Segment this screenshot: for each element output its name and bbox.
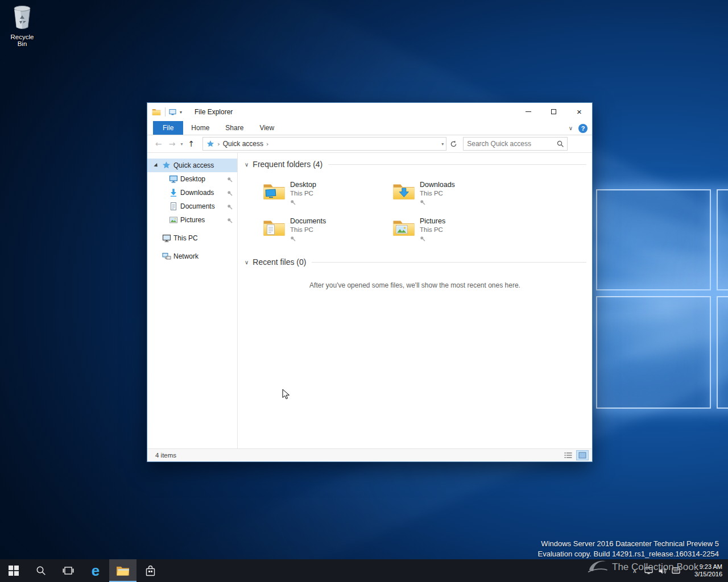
sidebar-item-quick-access[interactable]: Quick access (147, 159, 237, 172)
hidden-icons-chevron-icon[interactable]: ∧ (628, 559, 642, 582)
edge-button[interactable]: e (82, 559, 109, 582)
sidebar-item-documents[interactable]: Documents (147, 199, 237, 213)
refresh-icon[interactable] (450, 140, 457, 148)
details-view-button[interactable] (562, 450, 574, 460)
tab-share[interactable]: Share (217, 121, 251, 135)
folder-tile-desktop[interactable]: Desktop This PC (262, 179, 381, 211)
sidebar-item-network[interactable]: Network (147, 250, 237, 263)
pin-icon (420, 235, 425, 243)
navigation-bar: ← → ▾ ↑ › Quick access › ▾ (147, 135, 592, 153)
pictures-icon (169, 215, 178, 226)
sidebar-item-downloads[interactable]: Downloads (147, 186, 237, 199)
recent-locations-chevron-icon[interactable]: ▾ (179, 142, 184, 147)
maximize-button[interactable] (541, 103, 566, 120)
tab-file[interactable]: File (153, 121, 183, 135)
quick-access-toolbar-icon[interactable] (169, 109, 176, 115)
store-button[interactable] (136, 559, 164, 582)
folder-tile-pictures[interactable]: Pictures This PC (391, 215, 511, 247)
address-bar[interactable]: › Quick access › ▾ (202, 137, 446, 151)
folder-tile-downloads[interactable]: Downloads This PC (391, 179, 511, 211)
pin-icon (290, 199, 296, 207)
titlebar-separator (165, 107, 166, 117)
items-count: 4 items (155, 452, 176, 459)
recycle-bin-icon (11, 22, 34, 31)
folder-desktop-icon (263, 182, 286, 201)
status-bar: 4 items (147, 448, 592, 462)
network-icon (162, 252, 171, 263)
breadcrumb-location[interactable]: Quick access (223, 140, 263, 148)
back-button[interactable]: ← (152, 140, 166, 148)
volume-icon[interactable] (655, 559, 669, 582)
start-button[interactable] (0, 559, 27, 582)
window-title: File Explorer (195, 108, 233, 116)
minimize-button[interactable] (515, 103, 541, 120)
up-button[interactable]: ↑ (184, 140, 198, 148)
folder-tile-documents[interactable]: Documents This PC (262, 215, 381, 247)
task-view-button[interactable] (55, 559, 82, 582)
recycle-bin-desktop-icon[interactable]: Recycle Bin (6, 5, 39, 47)
breadcrumb-separator[interactable]: › (263, 140, 271, 148)
downloads-icon (169, 188, 178, 199)
tab-home[interactable]: Home (183, 121, 217, 135)
frequent-folders-header[interactable]: ∨ Frequent folders (4) (245, 160, 586, 169)
wallpaper-window-logo (592, 185, 728, 413)
search-icon (36, 566, 46, 576)
expand-chevron-icon[interactable] (154, 163, 159, 168)
quick-access-location-icon (206, 140, 214, 148)
search-input[interactable] (467, 138, 558, 149)
recent-files-empty-message: After you've opened some files, we'll sh… (238, 281, 592, 289)
network-tray-icon[interactable] (642, 559, 655, 582)
help-icon[interactable]: ? (578, 124, 588, 133)
qat-customize-chevron-icon[interactable]: ▾ (180, 110, 182, 115)
tab-view[interactable]: View (251, 121, 282, 135)
taskbar-clock[interactable]: 9:23 AM 3/15/2016 (685, 563, 722, 578)
taskbar: e ∧ (0, 559, 728, 582)
action-center-icon[interactable] (669, 559, 682, 582)
large-icons-view-button[interactable] (576, 450, 589, 460)
clock-time: 9:23 AM (685, 563, 722, 571)
sidebar-item-pictures[interactable]: Pictures (147, 213, 237, 227)
folder-documents-icon (263, 218, 286, 237)
windows-logo-icon (9, 566, 19, 576)
search-icon[interactable] (557, 140, 564, 149)
pin-icon (227, 203, 233, 211)
close-button[interactable]: × (566, 103, 592, 120)
documents-icon (169, 202, 178, 213)
task-view-icon (63, 566, 74, 575)
search-box[interactable] (463, 137, 568, 151)
clock-date: 3/15/2016 (685, 571, 722, 578)
sidebar-item-this-pc[interactable]: This PC (147, 231, 237, 245)
desktop-icon (169, 174, 178, 185)
file-explorer-taskbar-button[interactable] (109, 559, 136, 582)
items-view: ∨ Frequent folders (4) Desktop This PC (238, 153, 592, 448)
folder-pictures-icon (392, 218, 415, 237)
navigation-pane: Quick access Desktop (147, 153, 238, 448)
breadcrumb-separator: › (214, 140, 222, 148)
pin-icon (227, 190, 233, 198)
recycle-bin-label: Recycle Bin (6, 34, 39, 47)
pin-icon (227, 176, 233, 184)
desktop: Recycle Bin ▾ File Explorer (0, 0, 728, 582)
edge-icon: e (92, 563, 100, 578)
titlebar[interactable]: ▾ File Explorer × (147, 103, 592, 121)
collapse-group-chevron-icon[interactable]: ∨ (245, 161, 249, 168)
store-bag-icon (146, 565, 155, 576)
system-tray: ∧ 9:23 AM (628, 559, 728, 582)
collapse-group-chevron-icon[interactable]: ∨ (245, 259, 249, 265)
pin-icon (227, 217, 233, 225)
build-watermark: Windows Server 2016 Datacenter Technical… (538, 539, 719, 559)
pin-icon (290, 235, 296, 243)
expand-ribbon-chevron-icon[interactable]: ∨ (569, 125, 573, 131)
recent-files-header[interactable]: ∨ Recent files (0) (245, 257, 586, 267)
address-dropdown-chevron-icon[interactable]: ▾ (441, 142, 444, 147)
folder-downloads-icon (392, 182, 415, 201)
file-explorer-window: ▾ File Explorer × File Home Share View ∨… (147, 102, 593, 462)
file-explorer-icon (116, 566, 130, 576)
taskbar-search-button[interactable] (27, 559, 55, 582)
ribbon-tabs: File Home Share View (147, 121, 592, 135)
pin-icon (420, 199, 425, 207)
sidebar-item-desktop[interactable]: Desktop (147, 172, 237, 186)
forward-button[interactable]: → (166, 140, 179, 148)
quick-access-star-icon (162, 161, 171, 171)
window-folder-icon (152, 108, 161, 116)
